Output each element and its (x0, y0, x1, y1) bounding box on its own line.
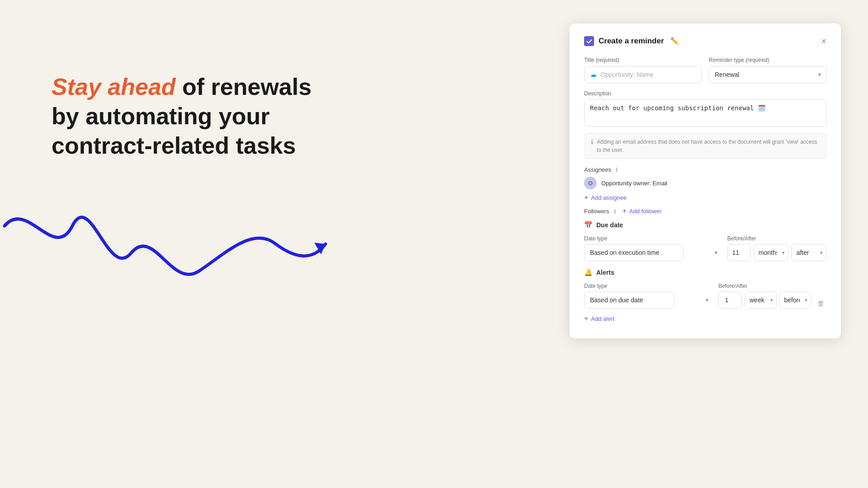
due-date-type-label: Date type (584, 235, 723, 242)
title-input[interactable]: ☁ Opportunity: Name (584, 66, 702, 83)
due-date-type-select[interactable]: Based on execution time Based on due dat… (584, 244, 684, 261)
add-assignee-label: Add assignee (591, 194, 627, 201)
followers-section: Followers ℹ + Add follower (584, 206, 826, 216)
headline-highlight: Stay ahead (52, 74, 176, 100)
add-follower-label: Add follower (629, 208, 662, 215)
info-text: Adding an email address that does not ha… (597, 138, 820, 154)
due-date-title: Due date (596, 221, 623, 229)
due-date-number-input[interactable] (727, 244, 751, 261)
decoration-wave (0, 190, 344, 361)
salesforce-icon: ☁ (590, 70, 597, 79)
add-alert-label: Add alert (591, 315, 614, 322)
description-label: Description (584, 90, 826, 97)
assignees-label: Assignees (584, 166, 611, 173)
due-date-unit-wrapper[interactable]: months days weeks years (754, 244, 789, 261)
description-textarea[interactable]: Reach out for upcoming subscription rene… (584, 99, 826, 127)
reminder-type-group: Reminder type (required) Renewal (709, 57, 826, 83)
info-box: ℹ Adding an email address that does not … (584, 133, 826, 159)
alert-timing-wrapper[interactable]: before after (779, 291, 811, 309)
add-follower-plus-icon: + (623, 207, 627, 215)
followers-label: Followers (584, 208, 609, 215)
alert-before-after-label: Before/After (718, 283, 811, 289)
title-field-group: Title (required) ☁ Opportunity: Name (584, 57, 702, 83)
add-assignee-button[interactable]: + Add assignee (584, 193, 627, 202)
left-section: Stay ahead of renewals by automating you… (52, 72, 332, 160)
due-date-before-after-label: Before/After (727, 235, 826, 242)
reminder-type-label: Reminder type (required) (709, 57, 826, 63)
due-date-after-select[interactable]: after before (791, 244, 826, 261)
assignee-name: Opportunity owner: Email (601, 180, 667, 187)
assignee-avatar: O (584, 177, 597, 189)
assignees-info-icon: ℹ (616, 167, 618, 173)
due-date-after-wrapper[interactable]: after before (791, 244, 826, 261)
due-date-row: Date type Based on execution time Based … (584, 235, 826, 261)
calendar-icon: 📅 (584, 221, 593, 229)
due-date-unit-select[interactable]: months days weeks years (754, 244, 789, 261)
close-button[interactable]: × (821, 37, 826, 46)
alert-unit-select[interactable]: week day month (745, 291, 777, 309)
alert-date-type-group: Date type Based on due date Based on exe… (584, 283, 714, 309)
panel-header-left: Create a reminder ✏️ (584, 36, 679, 46)
bell-icon: 🔔 (584, 268, 593, 277)
due-date-type-group: Date type Based on execution time Based … (584, 235, 723, 261)
headline: Stay ahead of renewals by automating you… (52, 72, 332, 160)
panel-checkbox-icon (584, 36, 594, 46)
title-placeholder: Opportunity: Name (600, 71, 654, 78)
info-icon: ℹ (591, 138, 593, 145)
reminder-panel: Create a reminder ✏️ × Title (required) … (570, 23, 841, 338)
panel-title: Create a reminder (599, 37, 664, 46)
add-alert-plus-icon: + (584, 315, 588, 322)
assignees-section-row: Assignees ℹ (584, 166, 826, 173)
assignee-row: O Opportunity owner: Email (584, 177, 826, 189)
title-label: Title (required) (584, 57, 702, 63)
alerts-header: 🔔 Alerts (584, 268, 826, 277)
add-alert-button[interactable]: + Add alert (584, 315, 614, 322)
alerts-row: Date type Based on due date Based on exe… (584, 283, 826, 309)
title-type-row: Title (required) ☁ Opportunity: Name Rem… (584, 57, 826, 83)
alert-before-after-group: Before/After week day month before after (718, 283, 811, 309)
alert-timing-select[interactable]: before after (779, 291, 811, 309)
alert-date-type-label: Date type (584, 283, 714, 289)
panel-header: Create a reminder ✏️ × (584, 36, 826, 46)
alert-delete-button[interactable]: 🗑 (816, 299, 826, 309)
reminder-type-select[interactable]: Renewal (709, 66, 826, 83)
due-date-header: 📅 Due date (584, 221, 826, 229)
due-date-before-after-inner: months days weeks years after before (727, 244, 826, 261)
alert-unit-wrapper[interactable]: week day month (745, 291, 777, 309)
reminder-type-select-wrapper[interactable]: Renewal (709, 66, 826, 83)
due-date-before-after-group: Before/After months days weeks years aft… (727, 235, 826, 261)
edit-icon[interactable]: ✏️ (670, 37, 679, 45)
alert-date-type-wrapper[interactable]: Based on due date Based on execution tim… (584, 291, 714, 309)
followers-info-icon: ℹ (614, 208, 616, 215)
add-assignee-plus-icon: + (584, 194, 588, 201)
alerts-title: Alerts (596, 269, 614, 276)
alert-date-type-select[interactable]: Based on due date Based on execution tim… (584, 291, 675, 309)
alert-before-after-inner: week day month before after (718, 291, 811, 309)
alert-number-input[interactable] (718, 291, 742, 309)
due-date-type-select-wrapper[interactable]: Based on execution time Based on due dat… (584, 244, 723, 261)
add-follower-button[interactable]: + Add follower (623, 206, 662, 216)
